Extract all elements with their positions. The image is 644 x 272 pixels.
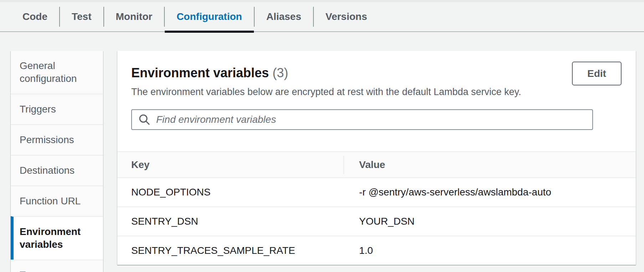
sidebar-item-tags[interactable]: Tags <box>11 260 103 272</box>
environment-variables-panel: Environment variables (3) The environmen… <box>117 51 636 265</box>
environment-variables-table: Key Value NODE_OPTIONS -r @sentry/aws-se… <box>117 151 636 265</box>
search-box <box>131 109 593 130</box>
panel-header: Environment variables (3) The environmen… <box>117 51 636 98</box>
panel-description: The environment variables below are encr… <box>131 86 622 98</box>
table-row: SENTRY_TRACES_SAMPLE_RATE 1.0 <box>117 236 636 265</box>
configuration-sidebar: General configuration Triggers Permissio… <box>11 51 103 272</box>
sidebar-item-general-configuration[interactable]: General configuration <box>11 51 103 94</box>
tab-code[interactable]: Code <box>11 2 59 31</box>
sidebar-item-destinations[interactable]: Destinations <box>11 155 103 185</box>
sidebar-item-function-url[interactable]: Function URL <box>11 185 103 216</box>
tab-monitor[interactable]: Monitor <box>104 2 164 31</box>
tab-test[interactable]: Test <box>60 2 103 31</box>
env-var-key: SENTRY_TRACES_SAMPLE_RATE <box>117 245 343 256</box>
env-var-value: YOUR_DSN <box>343 216 636 227</box>
panel-title-text: Environment variables <box>131 66 269 80</box>
sidebar-item-triggers[interactable]: Triggers <box>11 94 103 124</box>
search-input[interactable] <box>156 114 586 125</box>
column-header-value: Value <box>343 159 636 171</box>
panel-count-badge: (3) <box>272 66 288 80</box>
search-icon <box>138 114 150 126</box>
env-var-key: NODE_OPTIONS <box>117 187 343 198</box>
env-var-key: SENTRY_DSN <box>117 216 343 227</box>
sidebar-item-permissions[interactable]: Permissions <box>11 124 103 155</box>
table-row: NODE_OPTIONS -r @sentry/aws-serverless/a… <box>117 178 636 207</box>
env-var-value: 1.0 <box>343 245 636 256</box>
panel-title: Environment variables (3) <box>131 65 622 81</box>
function-tab-bar: Code Test Monitor Configuration Aliases … <box>0 2 644 32</box>
configuration-content: General configuration Triggers Permissio… <box>0 51 644 272</box>
env-var-value: -r @sentry/aws-serverless/awslambda-auto <box>343 187 636 198</box>
column-header-key: Key <box>117 159 343 171</box>
edit-button[interactable]: Edit <box>572 62 622 85</box>
tab-aliases[interactable]: Aliases <box>255 2 313 31</box>
table-row: SENTRY_DSN YOUR_DSN <box>117 207 636 236</box>
table-header-row: Key Value <box>117 151 636 178</box>
tab-configuration[interactable]: Configuration <box>165 2 254 31</box>
tab-versions[interactable]: Versions <box>314 2 379 31</box>
sidebar-item-environment-variables[interactable]: Environment variables <box>11 216 103 260</box>
